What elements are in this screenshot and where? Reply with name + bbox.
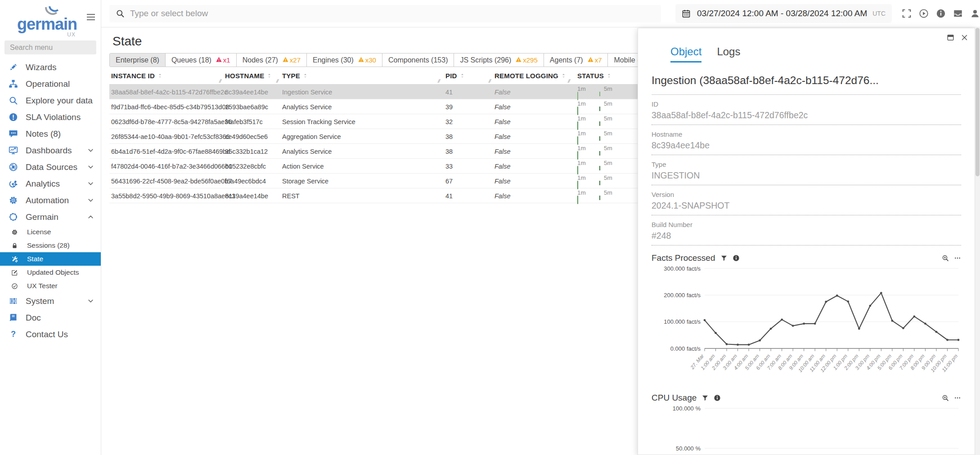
check-circle-icon xyxy=(11,281,21,291)
field-label: Type xyxy=(652,161,961,168)
cell-type: Storage Service xyxy=(282,178,328,185)
tab-nodes-27[interactable]: Nodes (27)x27 xyxy=(236,54,306,67)
chevron-down-icon xyxy=(87,180,94,187)
column-resize-handle[interactable]: // xyxy=(489,78,490,84)
data-sources-icon xyxy=(9,162,20,172)
hamburger-menu-icon[interactable] xyxy=(85,12,96,22)
sidebar-item-sessions-28[interactable]: Sessions (28) xyxy=(0,239,101,252)
cell-remote-logging: False xyxy=(494,89,510,96)
timezone-label: UTC xyxy=(872,10,886,17)
warning-triangle-icon xyxy=(358,56,364,64)
global-search-input[interactable] xyxy=(130,9,655,18)
inbox-icon[interactable] xyxy=(953,9,963,18)
tab-label: Agents (7) xyxy=(550,56,583,64)
zoom-icon[interactable] xyxy=(942,394,949,401)
sidebar-item-wizards[interactable]: Wizards xyxy=(0,59,101,76)
column-resize-handle[interactable]: // xyxy=(276,78,278,84)
sidebar-item-doc[interactable]: Doc xyxy=(0,309,101,326)
sidebar-search-input[interactable] xyxy=(4,40,96,54)
tab-label: Enterprise (8) xyxy=(116,56,159,64)
column-resize-handle[interactable]: // xyxy=(219,78,221,84)
info-circle-icon[interactable] xyxy=(733,254,740,262)
topbar-actions xyxy=(902,9,980,18)
tab-agents-7[interactable]: Agents (7)x7 xyxy=(544,54,608,67)
cell-instance-id: 38aa58af-b8ef-4a2c-b115-472d76ffbe2c xyxy=(111,89,227,96)
info-circle-icon[interactable] xyxy=(714,394,721,401)
close-icon[interactable] xyxy=(961,34,968,41)
date-range-picker[interactable]: 03/27/2024 12:00 AM - 03/28/2024 12:00 A… xyxy=(675,4,892,23)
tab-label: Engines (30) xyxy=(313,56,354,64)
column-resize-handle[interactable]: // xyxy=(568,78,570,84)
sort-icon xyxy=(266,72,272,79)
sidebar-item-sla-violations[interactable]: SLA Violations xyxy=(0,109,101,125)
column-label: TYPE xyxy=(282,72,300,80)
column-header-remote-logging[interactable]: REMOTE LOGGING xyxy=(494,72,566,80)
field-type: TypeINGESTION xyxy=(652,161,961,185)
lock-icon xyxy=(11,241,21,250)
svg-text:100.000 fact/s: 100.000 fact/s xyxy=(664,318,701,325)
sidebar-item-label: State xyxy=(27,255,94,263)
tab-components-153[interactable]: Components (153) xyxy=(382,54,454,67)
svg-text:?: ? xyxy=(11,330,16,339)
filter-icon[interactable] xyxy=(720,254,728,262)
zoom-icon[interactable] xyxy=(942,254,949,262)
tab-label: JS Scripts (296) xyxy=(460,56,511,64)
column-header-pid[interactable]: PID xyxy=(445,72,465,80)
column-header-status[interactable]: STATUS xyxy=(577,72,612,80)
cell-hostname: 1593bae6a89c xyxy=(225,103,268,111)
search-icon xyxy=(9,96,20,106)
warning-badge: x30 xyxy=(358,56,376,64)
sidebar-item-contact-us[interactable]: ?Contact Us xyxy=(0,326,101,343)
sidebar-item-ux-tester[interactable]: UX Tester xyxy=(0,279,101,293)
column-header-hostname[interactable]: HOSTNAME xyxy=(225,72,272,80)
panel-fields: ID38aa58af-b8ef-4a2c-b115-472d76ffbe2cHo… xyxy=(652,100,961,245)
sort-icon xyxy=(561,72,566,79)
cell-remote-logging: False xyxy=(494,133,510,140)
sidebar-item-operational[interactable]: Operational xyxy=(0,76,101,92)
sidebar-item-germain[interactable]: Germain xyxy=(0,209,101,225)
cell-instance-id: f9d71bad-ffc6-4bec-85d5-c34b79513d08 xyxy=(111,103,229,111)
filter-icon[interactable] xyxy=(701,394,709,401)
status-label-5m: 5m xyxy=(604,130,612,137)
sidebar-item-license[interactable]: License xyxy=(0,225,101,239)
more-options-icon[interactable] xyxy=(954,394,961,401)
tab-enterprise-8[interactable]: Enterprise (8) xyxy=(110,54,165,67)
column-header-instance-id[interactable]: INSTANCE ID xyxy=(111,72,163,80)
sidebar-item-dashboards[interactable]: Dashboards xyxy=(0,142,101,159)
tab-js-scripts-296[interactable]: JS Scripts (296)x295 xyxy=(454,54,543,67)
sidebar-item-automation[interactable]: Automation xyxy=(0,192,101,209)
fullscreen-icon[interactable] xyxy=(902,9,912,18)
tab-queues-18[interactable]: Queues (18)x1 xyxy=(165,54,236,67)
cell-pid: 67 xyxy=(445,178,453,185)
dashboard-icon xyxy=(9,146,20,156)
sitemap-icon xyxy=(9,79,20,89)
sidebar-item-explore-your-data[interactable]: Explore your data xyxy=(0,92,101,109)
cell-remote-logging: False xyxy=(494,103,510,111)
sidebar-item-analytics[interactable]: Analytics xyxy=(0,175,101,192)
info-icon[interactable] xyxy=(936,9,946,18)
wrench-icon xyxy=(11,254,21,264)
popout-window-icon[interactable] xyxy=(947,34,954,41)
cell-remote-logging: False xyxy=(494,192,510,200)
tab-engines-30[interactable]: Engines (30)x30 xyxy=(306,54,382,67)
cpu-chart-title: CPU Usage xyxy=(652,393,697,403)
sidebar-item-data-sources[interactable]: Data Sources xyxy=(0,159,101,175)
sidebar-item-state[interactable]: State xyxy=(0,252,101,266)
user-icon[interactable] xyxy=(970,9,980,18)
sidebar-item-system[interactable]: System xyxy=(0,293,101,309)
sort-icon xyxy=(157,72,163,79)
sidebar-item-notes-8[interactable]: Notes (8) xyxy=(0,125,101,142)
svg-text:300.000 fact/s: 300.000 fact/s xyxy=(664,265,701,272)
scrollbar-thumb[interactable] xyxy=(976,28,980,176)
column-resize-handle[interactable]: // xyxy=(438,78,440,84)
cell-type: Ingestion Service xyxy=(282,89,332,96)
more-options-icon[interactable] xyxy=(954,254,961,262)
column-header-type[interactable]: TYPE xyxy=(282,72,308,80)
sidebar-item-updated-objects[interactable]: Updated Objects xyxy=(0,266,101,279)
tab-logs[interactable]: Logs xyxy=(717,45,740,62)
cell-type: Session Tracking Service xyxy=(282,118,355,125)
tab-object[interactable]: Object xyxy=(670,45,701,62)
play-circle-icon[interactable] xyxy=(919,9,929,18)
chevron-down-icon xyxy=(87,197,94,204)
warning-badge: x1 xyxy=(216,56,230,64)
